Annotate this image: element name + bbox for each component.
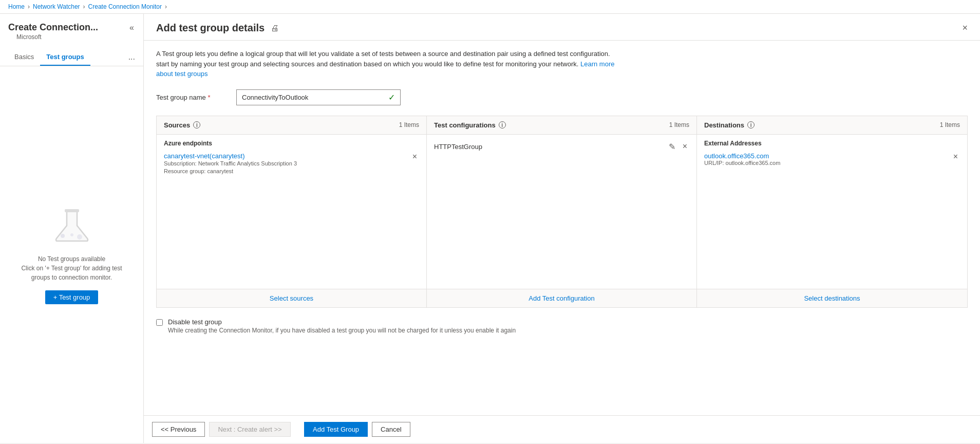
next-button: Next : Create alert >> <box>209 422 290 437</box>
lab-flask-icon <box>51 205 92 246</box>
disable-test-group-row: Disable test group While creating the Co… <box>156 318 968 334</box>
svg-point-2 <box>70 233 73 236</box>
valid-checkmark-icon: ✓ <box>388 92 395 102</box>
source-resource-group: Resource group: canarytest <box>164 168 297 175</box>
sources-column: Sources i 1 Items Azure endpoints canary… <box>157 116 427 307</box>
destinations-footer: Select destinations <box>697 289 967 307</box>
test-config-name: HTTPTestGroup <box>434 143 482 151</box>
collapse-button[interactable]: « <box>128 22 135 33</box>
source-vnet-link[interactable]: canarytest-vnet(canarytest) <box>164 152 297 160</box>
panel-title: Add test group details <box>156 22 265 34</box>
svg-point-1 <box>61 234 65 238</box>
cancel-button[interactable]: Cancel <box>372 422 410 437</box>
destinations-header: Destinations i 1 Items <box>697 116 967 135</box>
sidebar-title: Create Connection... <box>8 22 98 33</box>
sources-header: Sources i 1 Items <box>157 116 426 135</box>
required-marker: * <box>208 94 210 101</box>
sidebar-subtitle: Microsoft <box>8 33 98 47</box>
sources-count: 1 Items <box>399 121 419 128</box>
add-test-group-button[interactable]: Add Test Group <box>304 422 368 437</box>
add-test-configuration-link[interactable]: Add Test configuration <box>529 294 594 302</box>
more-options-button[interactable]: ... <box>128 52 135 62</box>
panel: Add test group details 🖨 × A Test group … <box>144 14 980 443</box>
test-configurations-footer: Add Test configuration <box>427 289 696 307</box>
sources-body: Azure endpoints canarytest-vnet(canaryte… <box>157 135 426 289</box>
sidebar: Create Connection... Microsoft « Basics … <box>0 14 144 443</box>
test-configurations-body: HTTPTestGroup ✎ × <box>427 135 696 289</box>
select-destinations-link[interactable]: Select destinations <box>804 294 860 302</box>
tab-basics[interactable]: Basics <box>8 49 40 66</box>
test-config-info-icon[interactable]: i <box>499 121 506 128</box>
test-group-name-input[interactable]: ConnectivityToOutlook ✓ <box>236 89 401 105</box>
azure-endpoints-label: Azure endpoints <box>164 140 419 147</box>
destinations-body: External Addresses outlook.office365.com… <box>697 135 967 289</box>
external-addresses-label: External Addresses <box>704 140 960 147</box>
test-configurations-header: Test configurations i 1 Items <box>427 116 696 135</box>
breadcrumb: Home › Network Watcher › Create Connecti… <box>0 0 980 14</box>
test-configurations-column: Test configurations i 1 Items HTTPTestGr… <box>427 116 697 307</box>
bottom-bar: << Previous Next : Create alert >> Add T… <box>144 415 980 443</box>
close-button[interactable]: × <box>962 23 968 33</box>
sources-title: Sources i <box>164 121 200 129</box>
breadcrumb-network-watcher[interactable]: Network Watcher <box>33 3 80 10</box>
tab-test-groups[interactable]: Test groups <box>40 49 90 66</box>
source-subscription: Subscription: Network Traffic Analytics … <box>164 160 297 168</box>
destination-url-ip: URL/IP: outlook.office365.com <box>704 160 780 166</box>
print-button[interactable]: 🖨 <box>271 24 279 33</box>
disable-test-group-desc: While creating the Connection Monitor, i… <box>168 327 516 334</box>
panel-header: Add test group details 🖨 × <box>144 14 980 41</box>
test-group-name-label: Test group name * <box>156 94 228 101</box>
sidebar-empty-state: No Test groups available Click on '+ Tes… <box>0 66 143 443</box>
test-config-item: HTTPTestGroup ✎ × <box>434 140 689 154</box>
no-groups-text: No Test groups available Click on '+ Tes… <box>21 254 122 282</box>
svg-point-3 <box>77 234 82 239</box>
disable-test-group-label[interactable]: Disable test group <box>168 318 222 326</box>
destination-item: outlook.office365.com URL/IP: outlook.of… <box>704 152 960 166</box>
sources-info-icon[interactable]: i <box>193 121 200 128</box>
previous-button[interactable]: << Previous <box>152 422 205 437</box>
remove-source-button[interactable]: × <box>410 152 419 161</box>
destinations-info-icon[interactable]: i <box>747 121 755 128</box>
add-test-group-sidebar-button[interactable]: + Test group <box>45 290 99 304</box>
svg-rect-0 <box>65 209 79 212</box>
select-sources-link[interactable]: Select sources <box>270 294 313 302</box>
destinations-column: Destinations i 1 Items External Addresse… <box>697 116 967 307</box>
source-item: canarytest-vnet(canarytest) Subscription… <box>164 152 419 176</box>
remove-test-config-button[interactable]: × <box>681 142 689 152</box>
sources-footer: Select sources <box>157 289 426 307</box>
description-text: A Test group lets you define a logical g… <box>156 49 618 79</box>
remove-destination-button[interactable]: × <box>951 152 960 161</box>
destinations-count: 1 Items <box>940 121 960 128</box>
disable-test-group-checkbox[interactable] <box>156 319 163 326</box>
sidebar-tabs: Basics Test groups ... <box>0 49 143 66</box>
test-configurations-title: Test configurations i <box>434 121 506 129</box>
form-row-test-group-name: Test group name * ConnectivityToOutlook … <box>156 89 968 105</box>
columns-container: Sources i 1 Items Azure endpoints canary… <box>156 116 968 308</box>
destination-link[interactable]: outlook.office365.com <box>704 152 780 160</box>
breadcrumb-create-connection-monitor[interactable]: Create Connection Monitor <box>88 3 162 10</box>
panel-body: A Test group lets you define a logical g… <box>144 41 980 415</box>
breadcrumb-home[interactable]: Home <box>8 3 25 10</box>
destinations-title: Destinations i <box>704 121 755 129</box>
edit-test-config-button[interactable]: ✎ <box>667 142 677 152</box>
test-configurations-count: 1 Items <box>669 121 689 128</box>
